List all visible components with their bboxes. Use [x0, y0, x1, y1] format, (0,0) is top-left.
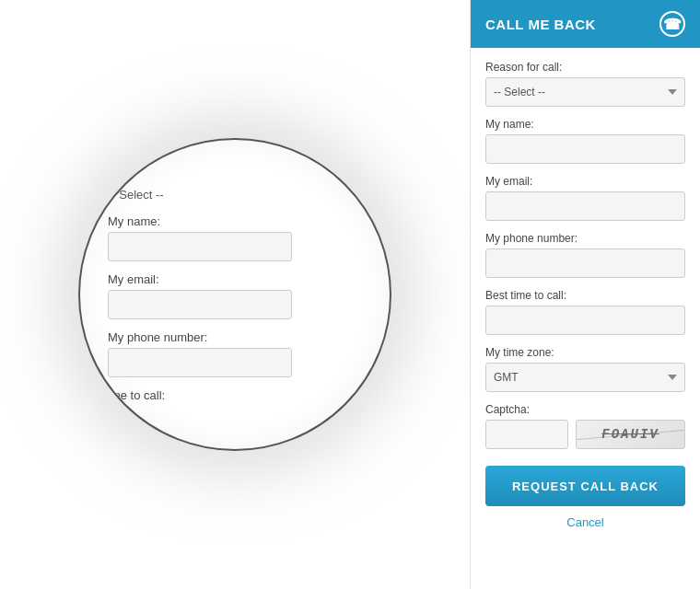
timezone-select[interactable]: GMT — [485, 363, 685, 392]
reason-label: Reason for call: — [485, 61, 685, 74]
reason-select[interactable]: -- Select -- — [485, 77, 685, 107]
magnifier-select-text: -- Select -- — [108, 188, 164, 202]
panel-header: CALL ME BACK ☎ — [471, 0, 700, 48]
magnifier-phone-label: My phone number: — [108, 330, 362, 344]
reason-group: Reason for call: -- Select -- — [485, 61, 685, 107]
captcha-group: Captcha: FOAUIV — [485, 403, 685, 449]
email-label: My email: — [485, 175, 685, 188]
magnifier-name-input[interactable] — [108, 232, 292, 261]
cancel-link[interactable]: Cancel — [485, 515, 685, 529]
magnifier-select-row: -- Select -- — [108, 188, 362, 202]
magnifier-content: -- Select -- My name: My email: My phone… — [80, 169, 390, 421]
best-time-group: Best time to call: — [485, 289, 685, 335]
phone-label: My phone number: — [485, 232, 685, 245]
name-label: My name: — [485, 118, 685, 131]
captcha-row: FOAUIV — [485, 420, 685, 449]
magnifier-name-group: My name: — [108, 214, 362, 261]
left-magnifier-area: -- Select -- My name: My email: My phone… — [0, 0, 470, 589]
email-group: My email: — [485, 175, 685, 221]
best-time-input[interactable] — [485, 306, 685, 335]
captcha-text: FOAUIV — [601, 427, 659, 442]
best-time-label: Best time to call: — [485, 289, 685, 302]
name-input[interactable] — [485, 134, 685, 164]
magnifier-phone-input[interactable] — [108, 348, 292, 377]
magnifier-name-label: My name: — [108, 214, 362, 228]
panel-title: CALL ME BACK — [485, 17, 596, 32]
captcha-image: FOAUIV — [576, 420, 685, 449]
phone-icon: ☎ — [659, 11, 685, 37]
panel-body: Reason for call: -- Select -- My name: M… — [471, 48, 700, 589]
captcha-label: Captcha: — [485, 403, 685, 416]
call-me-back-panel: CALL ME BACK ☎ Reason for call: -- Selec… — [470, 0, 700, 589]
email-input[interactable] — [485, 191, 685, 221]
name-group: My name: — [485, 118, 685, 164]
request-callback-button[interactable]: REQUEST CALL BACK — [485, 466, 685, 506]
magnifier-email-input[interactable] — [108, 290, 292, 319]
timezone-label: My time zone: — [485, 346, 685, 359]
timezone-group: My time zone: GMT — [485, 346, 685, 392]
magnifier-time-label: ime to call: — [108, 388, 362, 402]
phone-input[interactable] — [485, 248, 685, 278]
magnifier-email-group: My email: — [108, 272, 362, 319]
magnifier-phone-group: My phone number: — [108, 330, 362, 377]
captcha-input[interactable] — [485, 420, 568, 449]
magnifier-circle: -- Select -- My name: My email: My phone… — [78, 138, 391, 451]
magnifier-email-label: My email: — [108, 272, 362, 286]
phone-group: My phone number: — [485, 232, 685, 278]
